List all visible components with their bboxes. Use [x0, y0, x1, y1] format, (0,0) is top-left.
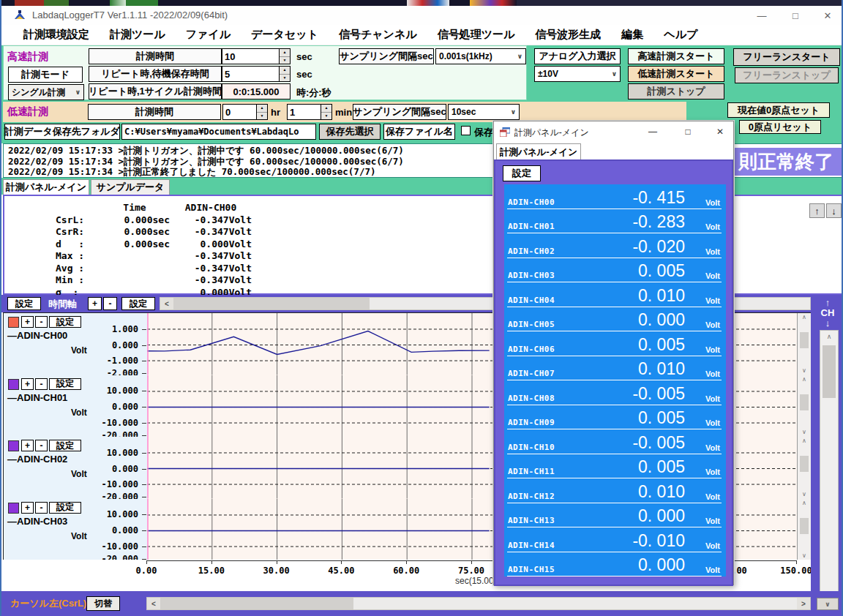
maximize-icon[interactable]: □ [783, 6, 808, 25]
fast-sampling-select[interactable]: 0.001s(1kHz) ∨ [435, 48, 526, 64]
menu-item-0[interactable]: 計測環境設定 [15, 26, 98, 43]
spinner-arrows[interactable]: ▲▼ [279, 67, 290, 81]
scroll-up-icon[interactable]: ∧ [827, 331, 832, 342]
spin-down-icon[interactable]: ▼ [280, 57, 290, 64]
channel-scale-plus-button[interactable]: + [21, 316, 34, 328]
cursor-scrollbar-thumb[interactable] [160, 598, 353, 609]
menu-item-1[interactable]: 計測ツール [101, 26, 174, 43]
save-folder-button[interactable]: 計測データ保存先フォルダ [4, 124, 120, 140]
overlay-settings-button[interactable]: 設定 [503, 165, 541, 181]
time-scrollbar-thumb[interactable] [173, 298, 370, 309]
channel-scale-plus-button[interactable]: + [21, 378, 34, 390]
channel-mini-scrollbar[interactable]: ∧∨ [797, 313, 811, 375]
menu-item-4[interactable]: 信号チャンネル [330, 26, 426, 43]
fast-time-input[interactable]: 10 ▲▼ [222, 48, 291, 64]
channel-mini-scrollbar[interactable]: ∧∨ [797, 375, 811, 437]
menu-item-8[interactable]: ヘルプ [655, 26, 706, 43]
channel-mini-scrollbar[interactable]: ∧∨ [797, 499, 811, 561]
channel-settings-button[interactable]: 設定 [49, 502, 81, 514]
channel-scale-minus-button[interactable]: - [35, 316, 48, 328]
spin-down-icon[interactable]: ▼ [257, 113, 267, 120]
channel-scale-plus-button[interactable]: + [21, 502, 34, 514]
stats-up-icon[interactable]: ↑ [809, 203, 825, 218]
zero-reset-button[interactable]: 0原点リセット [739, 120, 821, 134]
channel-scale-minus-button[interactable]: - [35, 440, 48, 451]
slow-hr-input[interactable]: 0 ▲▼ [222, 104, 268, 120]
save-select-button[interactable]: 保存先選択 [319, 124, 381, 140]
slow-min-input[interactable]: 1 ▲▼ [287, 104, 332, 120]
time-zoom-out-button[interactable]: - [103, 297, 117, 310]
minimize-icon[interactable]: — [749, 6, 774, 25]
spin-up-icon[interactable]: ▲ [321, 105, 331, 113]
tab-sample-data[interactable]: サンプルデータ [91, 179, 170, 195]
scroll-down-icon[interactable]: ∨ [802, 428, 806, 437]
menu-item-5[interactable]: 信号処理ツール [429, 26, 524, 43]
time-zoom-in-button[interactable]: + [88, 297, 102, 310]
channel-settings-button[interactable]: 設定 [49, 378, 81, 390]
channel-scale-plus-button[interactable]: + [21, 440, 34, 451]
channel-scale-minus-button[interactable]: - [35, 502, 48, 514]
measure-mode-select[interactable]: シングル計測 ∨ [8, 84, 84, 100]
channel-vertical-scrollbar[interactable]: ∧ [820, 330, 839, 592]
overlay-tab-row: 計測パネル-メイン [494, 142, 733, 159]
freerun-start-button[interactable]: フリーランスタート [733, 48, 840, 66]
zero-set-button[interactable]: 現在値0原点セット [727, 102, 830, 118]
slow-start-button[interactable]: 低速計測スタート [628, 66, 724, 82]
fast-start-button[interactable]: 高速計測スタート [628, 48, 724, 64]
measure-mode-button[interactable]: 計測モード [8, 67, 83, 83]
scroll-up-icon[interactable]: ∧ [802, 499, 806, 508]
scroll-down-icon[interactable]: ∨ [802, 490, 806, 499]
channel-settings-button[interactable]: 設定 [49, 316, 81, 328]
scroll-down-icon[interactable]: ∨ [802, 367, 806, 375]
save-path-field[interactable]: C:¥Users¥myama¥Documents¥LabdaqLo [121, 124, 316, 140]
scroll-right-icon[interactable]: > [797, 598, 810, 609]
spin-down-icon[interactable]: ▼ [280, 75, 290, 82]
measure-stop-button[interactable]: 計測ストップ [628, 83, 724, 99]
save-checkbox[interactable] [461, 126, 471, 135]
cursor-scrollbar[interactable]: < > [146, 597, 811, 610]
channel-settings-button[interactable]: 設定 [49, 440, 81, 451]
cursor-toggle-button[interactable]: 切替 [86, 596, 120, 611]
mini-scrollbar-thumb[interactable] [800, 456, 809, 472]
close-icon[interactable]: ✕ [815, 6, 840, 25]
scroll-left-icon[interactable]: < [147, 598, 160, 609]
scroll-up-icon[interactable]: ∧ [802, 375, 806, 384]
scroll-left-icon[interactable]: < [160, 298, 173, 309]
freerun-stop-button[interactable]: フリーランストップ [735, 67, 839, 83]
wait-time-input[interactable]: 5 ▲▼ [222, 66, 291, 82]
spin-up-icon[interactable]: ▲ [280, 67, 290, 75]
spinner-arrows[interactable]: ▲▼ [256, 105, 267, 119]
overlay-tab-main[interactable]: 計測パネル-メイン [496, 143, 581, 160]
mini-scrollbar-thumb[interactable] [800, 332, 809, 348]
channel-scrollbar-thumb[interactable] [823, 345, 836, 398]
channel-mini-scrollbar[interactable]: ∧∨ [797, 437, 811, 499]
menu-item-6[interactable]: 信号波形生成 [526, 26, 610, 43]
spinner-arrows[interactable]: ▲▼ [279, 49, 290, 64]
range-select[interactable]: ±10V ∨ [534, 66, 621, 82]
menu-item-3[interactable]: データセット [242, 26, 327, 43]
time-settings-button[interactable]: 設定 [121, 297, 155, 310]
overlay-minimize-icon[interactable]: — [640, 121, 665, 142]
spin-down-icon[interactable]: ▼ [321, 113, 331, 120]
scroll-up-icon[interactable]: ∧ [802, 313, 806, 322]
stats-down-icon[interactable]: ↓ [826, 203, 842, 218]
bottom-down-icon[interactable]: ∨ [817, 598, 839, 610]
slow-sampling-select[interactable]: 10sec ∨ [448, 104, 520, 120]
overlay-maximize-icon[interactable]: □ [675, 121, 700, 142]
menu-item-2[interactable]: ファイル [177, 26, 239, 43]
tab-measure-panel-main[interactable]: 計測パネル-メイン [3, 179, 89, 195]
analog-input-button[interactable]: アナログ入力選択 [534, 48, 621, 64]
overlay-title-bar[interactable]: 計測パネル-メイン — □ ✕ [494, 121, 733, 142]
save-filename-button[interactable]: 保存ファイル名 [383, 124, 455, 140]
spinner-arrows[interactable]: ▲▼ [321, 105, 331, 119]
menu-item-7[interactable]: 編集 [612, 26, 652, 43]
channel-scale-minus-button[interactable]: - [35, 378, 48, 390]
overlay-close-icon[interactable]: ✕ [708, 121, 733, 142]
spin-up-icon[interactable]: ▲ [257, 105, 267, 113]
chart-settings-button[interactable]: 設定 [7, 297, 41, 310]
mini-scrollbar-thumb[interactable] [800, 394, 809, 410]
mini-scrollbar-thumb[interactable] [800, 518, 809, 534]
cycle-time-value[interactable]: 0:0:15.000 [222, 83, 291, 99]
spin-up-icon[interactable]: ▲ [280, 49, 290, 57]
scroll-up-icon[interactable]: ∧ [802, 437, 806, 446]
